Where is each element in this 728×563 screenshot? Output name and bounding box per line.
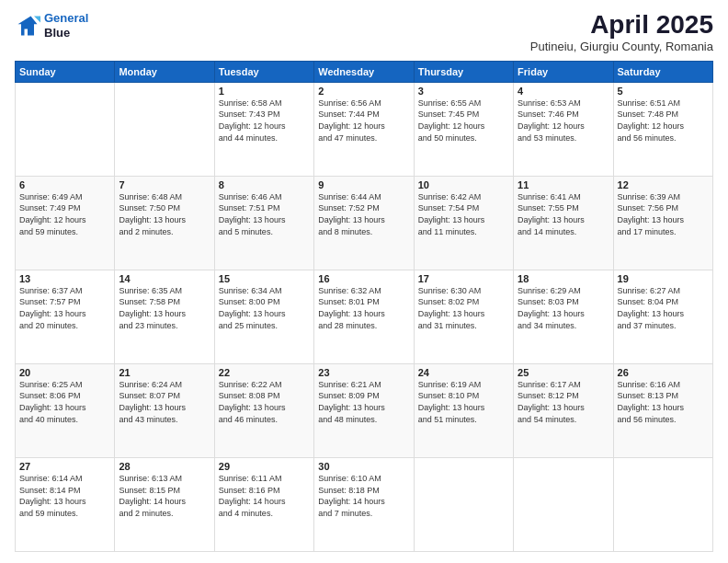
calendar-week-row: 13Sunrise: 6:37 AM Sunset: 7:57 PM Dayli… <box>16 270 713 363</box>
calendar-week-row: 1Sunrise: 6:58 AM Sunset: 7:43 PM Daylig… <box>16 82 713 176</box>
day-number: 8 <box>219 179 310 190</box>
day-info: Sunrise: 6:37 AM Sunset: 7:57 PM Dayligh… <box>19 285 110 331</box>
calendar-day-header: Monday <box>115 61 214 82</box>
day-info: Sunrise: 6:41 AM Sunset: 7:55 PM Dayligh… <box>518 191 609 237</box>
calendar-cell: 2Sunrise: 6:56 AM Sunset: 7:44 PM Daylig… <box>314 82 414 176</box>
day-info: Sunrise: 6:10 AM Sunset: 8:18 PM Dayligh… <box>318 473 409 519</box>
day-info: Sunrise: 6:27 AM Sunset: 8:04 PM Dayligh… <box>618 285 709 331</box>
day-info: Sunrise: 6:24 AM Sunset: 8:07 PM Dayligh… <box>119 379 210 425</box>
day-info: Sunrise: 6:19 AM Sunset: 8:10 PM Dayligh… <box>418 379 509 425</box>
calendar-day-header: Sunday <box>16 61 115 82</box>
calendar-week-row: 27Sunrise: 6:14 AM Sunset: 8:14 PM Dayli… <box>16 457 713 551</box>
day-info: Sunrise: 6:42 AM Sunset: 7:54 PM Dayligh… <box>418 191 509 237</box>
calendar-cell: 29Sunrise: 6:11 AM Sunset: 8:16 PM Dayli… <box>214 457 313 551</box>
day-info: Sunrise: 6:56 AM Sunset: 7:44 PM Dayligh… <box>318 98 409 144</box>
day-number: 4 <box>518 86 609 97</box>
day-number: 25 <box>518 367 609 378</box>
day-info: Sunrise: 6:14 AM Sunset: 8:14 PM Dayligh… <box>19 473 110 519</box>
title-block: April 2025 Putineiu, Giurgiu County, Rom… <box>530 11 713 53</box>
calendar-body: 1Sunrise: 6:58 AM Sunset: 7:43 PM Daylig… <box>16 82 713 551</box>
day-info: Sunrise: 6:30 AM Sunset: 8:02 PM Dayligh… <box>418 285 509 331</box>
day-number: 7 <box>119 179 210 190</box>
day-info: Sunrise: 6:22 AM Sunset: 8:08 PM Dayligh… <box>219 379 310 425</box>
calendar-cell: 26Sunrise: 6:16 AM Sunset: 8:13 PM Dayli… <box>613 363 712 457</box>
day-info: Sunrise: 6:58 AM Sunset: 7:43 PM Dayligh… <box>219 98 310 144</box>
day-info: Sunrise: 6:16 AM Sunset: 8:13 PM Dayligh… <box>618 379 709 425</box>
calendar-cell: 13Sunrise: 6:37 AM Sunset: 7:57 PM Dayli… <box>16 270 115 363</box>
calendar-cell: 6Sunrise: 6:49 AM Sunset: 7:49 PM Daylig… <box>16 176 115 270</box>
calendar-cell: 28Sunrise: 6:13 AM Sunset: 8:15 PM Dayli… <box>115 457 214 551</box>
day-number: 13 <box>19 273 110 284</box>
calendar-cell: 1Sunrise: 6:58 AM Sunset: 7:43 PM Daylig… <box>214 82 313 176</box>
calendar-cell <box>115 82 214 176</box>
day-number: 16 <box>318 273 409 284</box>
day-number: 18 <box>518 273 609 284</box>
day-info: Sunrise: 6:11 AM Sunset: 8:16 PM Dayligh… <box>219 473 310 519</box>
day-info: Sunrise: 6:46 AM Sunset: 7:51 PM Dayligh… <box>219 191 310 237</box>
day-number: 28 <box>119 461 210 472</box>
day-number: 27 <box>19 461 110 472</box>
calendar-week-row: 6Sunrise: 6:49 AM Sunset: 7:49 PM Daylig… <box>16 176 713 270</box>
day-number: 15 <box>219 273 310 284</box>
day-info: Sunrise: 6:13 AM Sunset: 8:15 PM Dayligh… <box>119 473 210 519</box>
day-number: 30 <box>318 461 409 472</box>
day-number: 17 <box>418 273 509 284</box>
calendar-cell: 9Sunrise: 6:44 AM Sunset: 7:52 PM Daylig… <box>314 176 414 270</box>
day-number: 2 <box>318 86 409 97</box>
calendar-cell: 19Sunrise: 6:27 AM Sunset: 8:04 PM Dayli… <box>613 270 712 363</box>
day-number: 1 <box>219 86 310 97</box>
logo-icon <box>15 13 40 39</box>
calendar-cell: 24Sunrise: 6:19 AM Sunset: 8:10 PM Dayli… <box>414 363 513 457</box>
page: General Blue April 2025 Putineiu, Giurgi… <box>0 0 728 563</box>
calendar-cell: 10Sunrise: 6:42 AM Sunset: 7:54 PM Dayli… <box>414 176 513 270</box>
day-number: 9 <box>318 179 409 190</box>
calendar-cell: 21Sunrise: 6:24 AM Sunset: 8:07 PM Dayli… <box>115 363 214 457</box>
calendar-table: SundayMondayTuesdayWednesdayThursdayFrid… <box>15 61 713 552</box>
calendar-day-header: Thursday <box>414 61 513 82</box>
calendar-cell: 25Sunrise: 6:17 AM Sunset: 8:12 PM Dayli… <box>514 363 613 457</box>
day-number: 20 <box>19 367 110 378</box>
day-info: Sunrise: 6:32 AM Sunset: 8:01 PM Dayligh… <box>318 285 409 331</box>
calendar-cell: 12Sunrise: 6:39 AM Sunset: 7:56 PM Dayli… <box>613 176 712 270</box>
day-info: Sunrise: 6:21 AM Sunset: 8:09 PM Dayligh… <box>318 379 409 425</box>
day-number: 21 <box>119 367 210 378</box>
day-info: Sunrise: 6:51 AM Sunset: 7:48 PM Dayligh… <box>618 98 709 144</box>
day-number: 3 <box>418 86 509 97</box>
day-info: Sunrise: 6:35 AM Sunset: 7:58 PM Dayligh… <box>119 285 210 331</box>
day-number: 26 <box>618 367 709 378</box>
header: General Blue April 2025 Putineiu, Giurgi… <box>15 11 713 53</box>
day-info: Sunrise: 6:17 AM Sunset: 8:12 PM Dayligh… <box>518 379 609 425</box>
day-info: Sunrise: 6:48 AM Sunset: 7:50 PM Dayligh… <box>119 191 210 237</box>
day-info: Sunrise: 6:34 AM Sunset: 8:00 PM Dayligh… <box>219 285 310 331</box>
calendar-cell: 18Sunrise: 6:29 AM Sunset: 8:03 PM Dayli… <box>514 270 613 363</box>
day-info: Sunrise: 6:44 AM Sunset: 7:52 PM Dayligh… <box>318 191 409 237</box>
calendar-cell <box>16 82 115 176</box>
day-info: Sunrise: 6:55 AM Sunset: 7:45 PM Dayligh… <box>418 98 509 144</box>
calendar-cell: 7Sunrise: 6:48 AM Sunset: 7:50 PM Daylig… <box>115 176 214 270</box>
calendar-day-header: Tuesday <box>214 61 313 82</box>
svg-marker-0 <box>18 16 38 35</box>
calendar-cell <box>414 457 513 551</box>
day-number: 11 <box>518 179 609 190</box>
day-info: Sunrise: 6:49 AM Sunset: 7:49 PM Dayligh… <box>19 191 110 237</box>
day-number: 10 <box>418 179 509 190</box>
calendar-cell: 11Sunrise: 6:41 AM Sunset: 7:55 PM Dayli… <box>514 176 613 270</box>
day-number: 19 <box>618 273 709 284</box>
calendar-cell: 15Sunrise: 6:34 AM Sunset: 8:00 PM Dayli… <box>214 270 313 363</box>
calendar-cell: 30Sunrise: 6:10 AM Sunset: 8:18 PM Dayli… <box>314 457 414 551</box>
day-number: 14 <box>119 273 210 284</box>
day-number: 23 <box>318 367 409 378</box>
calendar-cell: 16Sunrise: 6:32 AM Sunset: 8:01 PM Dayli… <box>314 270 414 363</box>
calendar-week-row: 20Sunrise: 6:25 AM Sunset: 8:06 PM Dayli… <box>16 363 713 457</box>
day-number: 22 <box>219 367 310 378</box>
day-number: 24 <box>418 367 509 378</box>
calendar-cell: 5Sunrise: 6:51 AM Sunset: 7:48 PM Daylig… <box>613 82 712 176</box>
day-info: Sunrise: 6:39 AM Sunset: 7:56 PM Dayligh… <box>618 191 709 237</box>
calendar-cell: 3Sunrise: 6:55 AM Sunset: 7:45 PM Daylig… <box>414 82 513 176</box>
page-title: April 2025 <box>530 11 713 40</box>
day-number: 6 <box>19 179 110 190</box>
calendar-cell: 8Sunrise: 6:46 AM Sunset: 7:51 PM Daylig… <box>214 176 313 270</box>
day-number: 5 <box>618 86 709 97</box>
calendar-cell: 4Sunrise: 6:53 AM Sunset: 7:46 PM Daylig… <box>514 82 613 176</box>
logo: General Blue <box>15 11 88 40</box>
